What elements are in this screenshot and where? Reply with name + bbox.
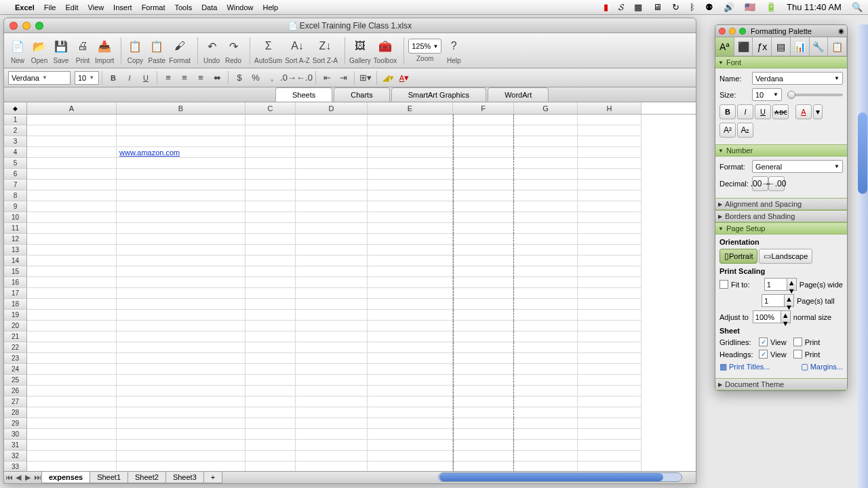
cell[interactable] — [453, 147, 514, 158]
cell[interactable] — [117, 386, 245, 396]
cell[interactable] — [368, 386, 453, 396]
cell[interactable] — [368, 364, 453, 375]
cell[interactable] — [296, 429, 368, 440]
cell[interactable] — [368, 277, 453, 288]
fill-color-button[interactable]: ◢▾ — [380, 70, 396, 85]
palette-italic[interactable]: I — [737, 104, 753, 119]
cell[interactable] — [296, 190, 368, 201]
sheet-tab-sheet3[interactable]: Sheet3 — [165, 472, 204, 483]
percent-button[interactable]: % — [248, 70, 264, 85]
cell[interactable] — [368, 342, 453, 353]
cell[interactable] — [117, 321, 245, 331]
cell[interactable] — [453, 418, 514, 429]
flag-icon[interactable]: 🇺🇸 — [745, 2, 755, 12]
menu-format[interactable]: Format — [142, 3, 165, 12]
gridlines-view-chk[interactable]: ✓ — [759, 338, 768, 346]
row-header[interactable]: 12 — [4, 234, 27, 245]
number-format-select[interactable]: General▼ — [752, 160, 843, 173]
cell[interactable] — [27, 277, 117, 288]
cell[interactable] — [514, 190, 578, 201]
row-header[interactable]: 19 — [4, 310, 27, 321]
cell[interactable] — [453, 201, 514, 212]
cell[interactable] — [117, 125, 245, 136]
cell[interactable] — [245, 288, 296, 299]
cell[interactable] — [453, 234, 514, 245]
row-header[interactable]: 11 — [4, 223, 27, 234]
cell[interactable] — [514, 364, 578, 375]
cell[interactable] — [368, 321, 453, 331]
print-titles-button[interactable]: ▦Print Titles... — [719, 362, 770, 371]
cell[interactable] — [578, 321, 642, 331]
decrease-decimal-button[interactable]: ←.0 — [296, 70, 313, 85]
cell[interactable] — [296, 396, 368, 407]
cell[interactable] — [514, 277, 578, 288]
cell[interactable] — [245, 234, 296, 245]
cell[interactable] — [578, 256, 642, 266]
col-header-B[interactable]: B — [117, 102, 245, 114]
cell[interactable] — [514, 201, 578, 212]
cell[interactable] — [27, 169, 117, 180]
row-header[interactable]: 29 — [4, 418, 27, 429]
cell[interactable] — [453, 256, 514, 266]
cell[interactable] — [368, 462, 453, 471]
cell[interactable] — [578, 201, 642, 212]
sort-a-z-button[interactable]: A↓ — [288, 37, 307, 56]
cell[interactable] — [117, 299, 245, 310]
new-button[interactable]: 📄 — [8, 37, 27, 56]
cell[interactable] — [296, 212, 368, 223]
row-header[interactable]: 25 — [4, 375, 27, 386]
cell[interactable] — [514, 256, 578, 266]
cell[interactable] — [514, 310, 578, 321]
cell[interactable] — [514, 169, 578, 180]
currency-button[interactable]: $ — [231, 70, 248, 85]
cell[interactable] — [296, 136, 368, 147]
save-button[interactable]: 💾 — [52, 37, 71, 56]
cell[interactable] — [514, 212, 578, 223]
clock[interactable]: Thu 11:40 AM — [787, 2, 842, 12]
cell[interactable] — [296, 462, 368, 471]
cell[interactable] — [117, 201, 245, 212]
cell[interactable] — [453, 180, 514, 190]
cell[interactable] — [296, 266, 368, 277]
cell[interactable] — [245, 147, 296, 158]
cell[interactable] — [368, 125, 453, 136]
cell[interactable] — [368, 451, 453, 462]
cell[interactable] — [578, 386, 642, 396]
cell[interactable] — [245, 375, 296, 386]
section-number[interactable]: ▼Number — [715, 144, 847, 157]
cell[interactable] — [117, 462, 245, 471]
autosum-button[interactable]: Σ — [259, 37, 278, 56]
row-header[interactable]: 16 — [4, 277, 27, 288]
viewtab-smartart-graphics[interactable]: SmartArt Graphics — [391, 87, 486, 102]
cell[interactable] — [578, 115, 642, 125]
cell[interactable] — [514, 288, 578, 299]
cell[interactable] — [368, 212, 453, 223]
cell[interactable] — [368, 375, 453, 386]
cell[interactable] — [453, 429, 514, 440]
cell[interactable] — [453, 125, 514, 136]
cell[interactable] — [453, 353, 514, 364]
cell[interactable] — [296, 299, 368, 310]
format-button[interactable]: 🖌 — [170, 37, 189, 56]
headings-view-chk[interactable]: ✓ — [759, 350, 768, 359]
merge-button[interactable]: ⬌ — [209, 70, 225, 85]
cell[interactable] — [245, 299, 296, 310]
cell[interactable] — [245, 201, 296, 212]
cell[interactable] — [27, 180, 117, 190]
row-header[interactable]: 33 — [4, 462, 27, 471]
section-borders[interactable]: ▶Borders and Shading — [715, 210, 847, 222]
cell[interactable] — [578, 212, 642, 223]
cell[interactable] — [453, 223, 514, 234]
cell[interactable] — [578, 169, 642, 180]
cell[interactable] — [296, 288, 368, 299]
cell[interactable] — [245, 310, 296, 321]
margins-button[interactable]: ▢Margins... — [801, 362, 843, 371]
cell[interactable] — [578, 310, 642, 321]
decrease-indent-button[interactable]: ⇤ — [319, 70, 335, 85]
cell[interactable] — [514, 147, 578, 158]
cell[interactable] — [27, 375, 117, 386]
cell[interactable] — [578, 288, 642, 299]
palette-tab-chart[interactable]: 📊 — [791, 37, 810, 56]
paste-button[interactable]: 📋 — [147, 37, 166, 56]
cell[interactable] — [27, 407, 117, 418]
